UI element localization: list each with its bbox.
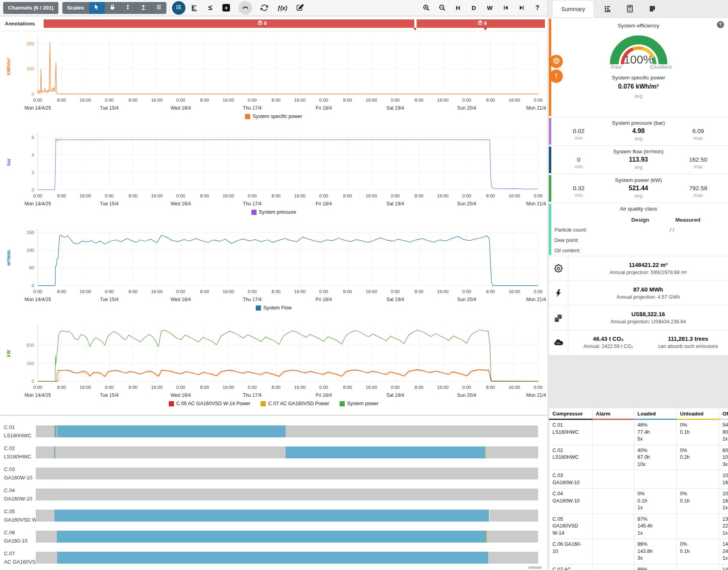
table-row[interactable]: C.06 GA160-1086%143.8h3x0%0.1h14%24.1h1x [549, 539, 728, 564]
bar-chart-icon [604, 5, 612, 14]
tab-calculator[interactable] [621, 2, 639, 17]
target-fab-button[interactable] [550, 55, 563, 68]
oil-content-label: Oil content: [554, 247, 581, 253]
column-header-compressor[interactable]: Compressor [549, 408, 593, 419]
channel-list-button[interactable] [172, 1, 185, 15]
table-row[interactable]: C.05GA160VSDW-1487%145.4h1x13%22.6h1x [549, 514, 728, 539]
gantt-segment-off[interactable] [36, 468, 538, 479]
edit-report-button[interactable] [294, 1, 307, 15]
stacked-scales-button[interactable] [151, 2, 166, 14]
chart-plot-flow[interactable]: 0501001500:008:0016:000:008:0016:000:008… [0, 223, 547, 303]
day-range-button[interactable]: D [467, 1, 481, 15]
annotation-pin[interactable] [484, 28, 487, 31]
svg-text:Sat 19/4: Sat 19/4 [386, 297, 404, 302]
gantt-segment-off[interactable] [286, 425, 538, 437]
legend-item[interactable]: System specific power [245, 114, 302, 119]
svg-text:8:00: 8:00 [272, 289, 280, 294]
column-header-loaded[interactable]: Loaded [634, 408, 677, 419]
table-row[interactable]: C.03GA160W-10100%168.0h [549, 470, 728, 489]
gantt-segment-off[interactable] [56, 446, 286, 458]
skip-to-start-button[interactable] [499, 1, 512, 15]
lock-scale-button[interactable] [105, 2, 120, 14]
legend-item[interactable]: C.07 AC GA160VSD Power [261, 401, 329, 406]
table-row[interactable]: C.02LS160HWC40%67.0h10x0%0.2h60%100.8h3x [549, 445, 728, 470]
arc-icon [241, 3, 250, 13]
efficiency-help-icon[interactable]: ? [717, 21, 724, 28]
scales-button[interactable]: Scales [62, 2, 89, 14]
chart-plot-specific-power[interactable]: 01002000:008:0016:000:008:0016:000:008:0… [0, 31, 547, 112]
gantt-bar[interactable] [36, 489, 538, 500]
gantt-segment-loaded[interactable] [57, 552, 488, 564]
gantt-segment-off[interactable] [36, 489, 54, 500]
chart-power: 02505000:008:0016:000:008:0016:000:008:0… [0, 319, 547, 414]
legend-item[interactable]: C.05 AC GA160VSD W-14 Power [169, 401, 251, 406]
help-button[interactable]: ? [531, 1, 544, 15]
pointer-tool-button[interactable] [89, 2, 105, 14]
chart-plot-power[interactable]: 02505000:008:0016:000:008:0016:000:008:0… [0, 319, 547, 399]
legend-item[interactable]: System Flow [256, 305, 292, 311]
legend-item[interactable]: System pressure [251, 209, 296, 215]
formula-button[interactable]: ƒ(x) [274, 1, 291, 15]
gantt-bar[interactable] [36, 425, 538, 437]
column-header-alarm[interactable]: Alarm [593, 408, 634, 419]
gantt-segment-loaded[interactable] [57, 531, 487, 543]
annotation-pin[interactable] [413, 28, 417, 31]
annotation-badge[interactable]: 6 [257, 20, 267, 27]
column-header-off[interactable]: Off [719, 408, 728, 419]
table-row[interactable]: C.07 ACGA160VSDW-10Pro86%144.1h1x14%23.9… [549, 564, 728, 570]
gantt-segment-loaded[interactable] [286, 446, 485, 458]
annotation-segment[interactable] [44, 19, 414, 28]
gantt-bar[interactable] [36, 446, 538, 458]
shift-up-button[interactable] [136, 2, 151, 14]
gantt-segment-loaded[interactable] [54, 510, 489, 522]
week-range-button[interactable]: W [483, 1, 496, 15]
gantt-segment-off[interactable] [36, 510, 54, 522]
table-row[interactable]: C.01LS160HWC46%77.4h5x0%0.1h54%90.5h2x [549, 419, 728, 445]
gantt-bar[interactable] [36, 468, 538, 479]
chart-plot-pressure[interactable]: 02460:008:0016:000:008:0016:000:008:0016… [0, 127, 547, 207]
zoom-out-button[interactable] [435, 1, 449, 15]
gantt-segment-off[interactable] [36, 552, 57, 564]
tab-notes[interactable] [643, 2, 661, 17]
section-accent-strip [549, 147, 551, 173]
add-annotation-button[interactable]: + [220, 1, 233, 15]
skip-to-end-button[interactable] [515, 1, 528, 15]
svg-text:0:00: 0:00 [462, 193, 471, 198]
gantt-segment-off[interactable] [488, 531, 538, 543]
autoscale-vertical-button[interactable] [120, 2, 136, 14]
hour-range-button[interactable]: H [451, 1, 465, 15]
gantt-segment-loaded[interactable] [57, 425, 286, 437]
arc-tool-button[interactable] [239, 1, 252, 15]
zoom-in-button[interactable] [419, 1, 433, 15]
summary-card-coins: US$8,322.16Annual projection: US$434,238… [549, 305, 728, 330]
tab-charts[interactable] [599, 2, 616, 17]
legend-swatch [340, 401, 345, 406]
gantt-bar[interactable] [36, 510, 538, 522]
legend-label: System power [347, 401, 378, 406]
tab-summary[interactable]: Summary [552, 0, 594, 17]
threshold-button[interactable]: ≤ [204, 1, 217, 15]
chart-flow: 0501001500:008:0016:000:008:0016:000:008… [0, 223, 547, 319]
channels-button[interactable]: Channels (6 / 201) [3, 2, 58, 14]
horizontal-scrollbar[interactable] [528, 566, 542, 569]
lock-icon [109, 4, 116, 12]
gantt-segment-off[interactable] [55, 489, 538, 500]
legend-item[interactable]: System power [340, 401, 378, 406]
gantt-row-C.07: C.07AC GA160VSD W-10Pro [0, 547, 547, 568]
refresh-button[interactable] [258, 1, 271, 15]
gantt-segment-off[interactable] [486, 446, 538, 458]
table-row[interactable]: C.04GA160W-100%0.1h1x0%0.1h100%167.8h1x [549, 489, 728, 514]
gantt-segment-off[interactable] [36, 446, 54, 458]
legend-swatch [261, 401, 266, 406]
gantt-bar[interactable] [36, 552, 538, 564]
gantt-segment-off[interactable] [489, 510, 538, 522]
alert-fab-button[interactable]: ! [550, 70, 563, 83]
svg-text:16:00: 16:00 [151, 385, 163, 390]
annotation-badge[interactable]: 6 [477, 20, 487, 27]
gantt-bar[interactable] [36, 531, 538, 543]
gantt-segment-off[interactable] [36, 425, 54, 437]
step-chart-button[interactable] [188, 1, 201, 15]
column-header-unloaded[interactable]: Unloaded [677, 408, 719, 419]
gantt-segment-off[interactable] [488, 552, 538, 564]
gantt-segment-off[interactable] [36, 531, 57, 543]
